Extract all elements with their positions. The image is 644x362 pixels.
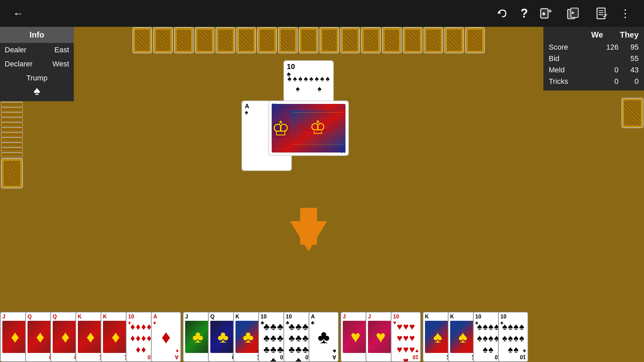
pip: ♠: [296, 84, 300, 93]
notepad-button[interactable]: [596, 7, 608, 19]
hand-card-a-clubs[interactable]: A♣ ♣ A♣: [309, 312, 339, 362]
score-label: Score: [549, 43, 598, 52]
info-title: Info: [0, 27, 74, 43]
left-card-9[interactable]: [1, 137, 23, 142]
dealer-value: East: [54, 46, 69, 54]
king-spades-illustration: ♔: [272, 104, 345, 153]
top-cards-row: [74, 27, 543, 54]
top-card-11[interactable]: [340, 27, 360, 53]
top-card-13[interactable]: [382, 27, 401, 53]
left-card-7[interactable]: [1, 127, 23, 132]
left-card-3[interactable]: [1, 107, 23, 112]
top-card-15[interactable]: [424, 27, 443, 53]
right-card[interactable]: [622, 98, 643, 128]
undo-button[interactable]: [496, 7, 508, 19]
left-card-11[interactable]: [1, 147, 23, 152]
we-tricks: 0: [598, 77, 619, 86]
top-card-7[interactable]: [257, 27, 277, 53]
svg-text:♠: ♠: [572, 10, 574, 15]
pip: ♠: [326, 74, 330, 83]
top-card-4[interactable]: [195, 27, 214, 53]
trump-symbol: ♠: [0, 84, 74, 101]
top-card-5[interactable]: [216, 27, 235, 53]
we-header: We: [591, 30, 603, 40]
left-card-2[interactable]: [1, 102, 23, 107]
help-button[interactable]: ?: [521, 6, 528, 20]
pip: ♠: [320, 74, 324, 83]
top-card-1[interactable]: [132, 27, 152, 53]
king-of-spades-card[interactable]: K ♠ K ♠ ♔: [268, 101, 349, 156]
they-bid: 55: [619, 54, 639, 63]
dealer-label: Dealer: [5, 46, 26, 54]
left-card-4[interactable]: [1, 112, 23, 117]
left-card-5[interactable]: [1, 117, 23, 122]
score-row: Score 126 95: [549, 42, 639, 53]
bid-row: Bid 55: [549, 53, 639, 64]
pip: ♠: [304, 74, 308, 83]
pip: ♠: [299, 74, 303, 83]
pip: ♠: [287, 74, 291, 83]
toolbar: ← ? ♣ + ♠ ⋮: [0, 0, 644, 27]
trump-label: Trump: [26, 74, 48, 82]
declarer-label: Declarer: [5, 60, 33, 68]
pip: ♠: [293, 74, 297, 83]
top-card-6[interactable]: [236, 27, 256, 53]
we-bid: [598, 54, 619, 63]
declarer-value: West: [52, 60, 69, 68]
top-card-17[interactable]: [465, 27, 485, 53]
hand-card-a-diamonds[interactable]: A♦ ♦ A♦: [151, 312, 181, 362]
svg-text:+: +: [548, 7, 552, 15]
tricks-row: Tricks 0 0: [549, 76, 639, 87]
add-card-button[interactable]: ♣ +: [540, 7, 555, 19]
top-card-3[interactable]: [174, 27, 194, 53]
more-button[interactable]: ⋮: [620, 7, 631, 20]
trump-row: Trump: [0, 71, 74, 84]
top-card-14[interactable]: [403, 27, 422, 53]
left-cards: [0, 97, 23, 188]
right-cards: [621, 97, 644, 128]
pip: ♠: [315, 74, 319, 83]
left-card-bottom[interactable]: [1, 158, 23, 188]
play-arrow: [290, 221, 327, 251]
left-card-6[interactable]: [1, 122, 23, 127]
bid-label: Bid: [549, 54, 598, 63]
they-score: 95: [619, 43, 639, 52]
they-header: They: [620, 30, 639, 40]
left-card-8[interactable]: [1, 132, 23, 137]
score-header: We They: [549, 30, 639, 40]
top-card-12[interactable]: [361, 27, 381, 53]
svg-rect-7: [597, 8, 605, 19]
tricks-label: Tricks: [549, 77, 598, 86]
cards-button[interactable]: ♠: [567, 7, 584, 19]
top-card-8[interactable]: [278, 27, 298, 53]
score-panel: We They Score 126 95 Bid 55 Meld 0 43 Tr…: [543, 27, 644, 90]
back-button[interactable]: ←: [13, 7, 23, 20]
top-card-9[interactable]: [299, 27, 318, 53]
left-card-12[interactable]: [1, 153, 23, 157]
hand-card-10-hearts[interactable]: 10♥ ♥♥♥♥♥ ♥♥♥♥♥ 10♥: [391, 312, 421, 362]
svg-text:♣: ♣: [542, 11, 546, 16]
left-card-10[interactable]: [1, 142, 23, 147]
they-meld: 43: [619, 66, 639, 74]
meld-label: Meld: [549, 66, 598, 74]
info-panel: Info Dealer East Declarer West Trump ♠: [0, 27, 74, 101]
top-card-2[interactable]: [153, 27, 173, 53]
declarer-row: Declarer West: [0, 57, 74, 71]
pip: ♠: [318, 84, 322, 93]
we-meld: 0: [598, 66, 619, 74]
pip: ♠: [309, 74, 313, 83]
meld-row: Meld 0 43: [549, 64, 639, 76]
we-score: 126: [598, 43, 619, 52]
hand-card-10-spades-2[interactable]: 10♠ ♠♠♠♠♠ ♠♠♠♠♠ 10♠: [498, 312, 528, 362]
dealer-row: Dealer East: [0, 43, 74, 57]
they-tricks: 0: [619, 77, 639, 86]
svg-text:♔: ♔: [310, 117, 326, 137]
bottom-hand: J♦ ♦ J♦ Q♦ ♦ Q♦ Q♦ ♦ Q♦ K♦ ♦: [0, 308, 644, 362]
top-card-16[interactable]: [444, 27, 464, 53]
top-card-10[interactable]: [320, 27, 339, 53]
